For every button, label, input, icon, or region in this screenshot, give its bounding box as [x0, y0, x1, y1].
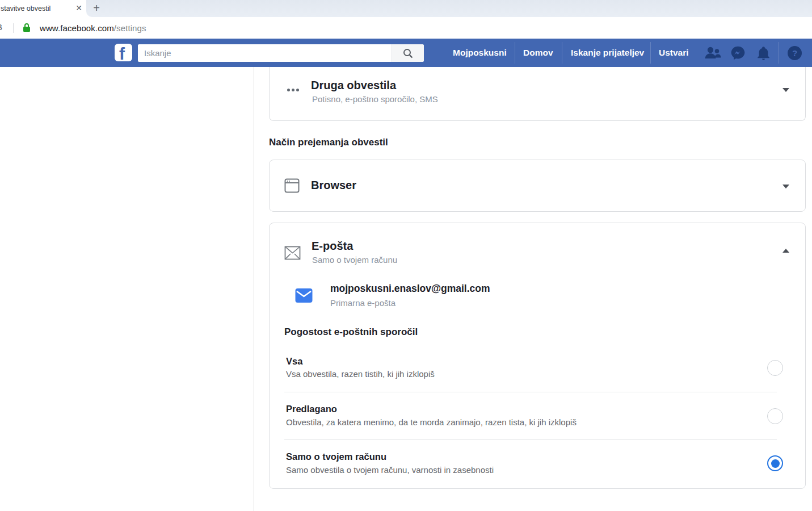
- option-description: Samo obvestila o tvojem računu, varnosti…: [286, 465, 494, 475]
- url-text[interactable]: www.facebook.com/settings: [40, 23, 146, 33]
- nav-create[interactable]: Ustvari: [659, 48, 689, 58]
- tab-title: stavitve obvestil: [1, 5, 72, 12]
- friend-requests-icon[interactable]: [704, 45, 721, 62]
- facebook-logo[interactable]: f: [115, 44, 132, 61]
- envelope-outline-icon: [284, 245, 301, 263]
- header-separator: [515, 42, 515, 64]
- svg-text:?: ?: [792, 48, 797, 58]
- messenger-icon[interactable]: [730, 45, 746, 63]
- email-blue-icon: [295, 288, 313, 305]
- search-container: [138, 44, 424, 62]
- section-heading: Način prejemanja obvestil: [269, 137, 388, 148]
- card-subtitle: Samo o tvojem računu: [312, 255, 397, 265]
- lock-icon[interactable]: [22, 22, 32, 36]
- chevron-down-icon[interactable]: [782, 185, 789, 189]
- option-title: Samo o tvojem računu: [286, 451, 386, 462]
- card-title: Druga obvestila: [311, 79, 396, 92]
- option-title: Predlagano: [286, 404, 337, 414]
- extension-icon-partial: B: [0, 22, 5, 32]
- screen: stavitve obvestil ✕ + B www.facebook.com…: [0, 0, 812, 511]
- option-description: Obvestila, za katera menimo, da te morda…: [286, 417, 577, 427]
- card-other-notifications[interactable]: Druga obvestila Potisno, e-poštno sporoč…: [269, 67, 806, 121]
- search-icon: [402, 48, 414, 59]
- card-title: Browser: [311, 179, 356, 192]
- header-profile-name[interactable]: Mojposkusni: [453, 48, 507, 58]
- radio-predlagano[interactable]: [767, 408, 783, 424]
- card-subtitle: Potisno, e-poštno sporočilo, SMS: [312, 94, 438, 104]
- radio-samo-racun[interactable]: [767, 455, 783, 471]
- address-bar-divider: [13, 23, 14, 33]
- sidebar-divider: [254, 67, 254, 511]
- frequency-heading: Pogostost e-poštnih sporočil: [284, 326, 418, 338]
- ellipsis-icon: [287, 89, 299, 91]
- address-bar[interactable]: B www.facebook.com/settings: [0, 17, 812, 39]
- email-label: Primarna e-pošta: [330, 298, 396, 308]
- url-path: /settings: [114, 23, 146, 33]
- option-title: Vsa: [286, 356, 302, 367]
- url-host: www.facebook.com: [40, 23, 114, 33]
- browser-window-icon: [284, 178, 300, 196]
- new-tab-icon[interactable]: +: [90, 1, 103, 15]
- card-browser[interactable]: Browser: [269, 160, 806, 212]
- search-input[interactable]: [138, 44, 392, 62]
- search-button[interactable]: [392, 44, 424, 62]
- option-divider: [284, 392, 777, 392]
- option-description: Vsa obvestila, razen tistih, ki jih izkl…: [286, 369, 435, 379]
- notifications-bell-icon[interactable]: [756, 45, 771, 63]
- nav-find-friends[interactable]: Iskanje prijateljev: [571, 48, 644, 58]
- header-separator: [650, 42, 651, 64]
- chevron-up-icon[interactable]: [782, 249, 789, 253]
- header-separator: [779, 42, 779, 64]
- tab-close-icon[interactable]: ✕: [74, 3, 84, 13]
- facebook-header: f: [0, 39, 812, 67]
- card-email: E-pošta Samo o tvojem računu mojposkusni…: [269, 223, 806, 489]
- tabstrip-background: [86, 0, 812, 17]
- chevron-down-icon[interactable]: [782, 88, 789, 92]
- email-address: mojposkusni.enaslov@gmail.com: [330, 283, 490, 295]
- help-icon[interactable]: ?: [787, 45, 802, 63]
- nav-home[interactable]: Domov: [523, 48, 553, 58]
- option-divider: [284, 439, 777, 440]
- header-separator: [562, 42, 562, 64]
- radio-vsa[interactable]: [767, 360, 783, 376]
- browser-tabstrip: stavitve obvestil ✕ +: [0, 0, 812, 17]
- card-title: E-pošta: [312, 240, 353, 253]
